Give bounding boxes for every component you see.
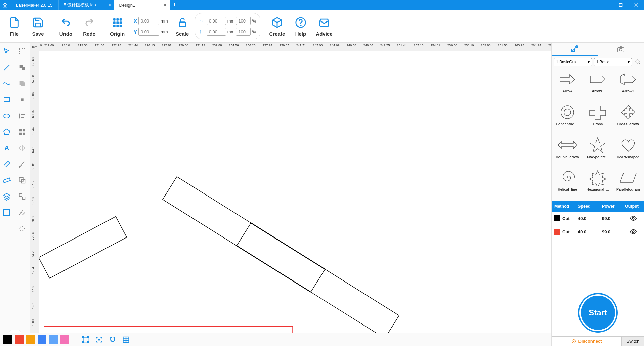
svg-rect-0 bbox=[604, 5, 607, 6]
x-input[interactable] bbox=[138, 17, 159, 25]
save-button[interactable]: Save bbox=[27, 13, 49, 40]
shape-concentric_...[interactable]: Concentric_... bbox=[553, 102, 582, 134]
path-edit-tool[interactable] bbox=[16, 158, 28, 170]
trace-tool[interactable] bbox=[16, 207, 28, 219]
shape-double_arrow[interactable]: Double_arrow bbox=[553, 135, 582, 167]
eye-icon[interactable] bbox=[625, 228, 641, 235]
light-tool[interactable] bbox=[16, 223, 28, 235]
y-input[interactable] bbox=[138, 28, 159, 36]
line-tool[interactable] bbox=[1, 61, 13, 74]
ungroup-tool[interactable] bbox=[16, 190, 28, 203]
svg-rect-54 bbox=[83, 341, 84, 343]
svg-rect-25 bbox=[3, 178, 10, 183]
add-tab-button[interactable]: + bbox=[170, 0, 179, 10]
text-tool[interactable]: A bbox=[1, 142, 13, 154]
tab-design1[interactable]: Design1 × bbox=[114, 0, 170, 10]
subtract-tool[interactable] bbox=[16, 78, 28, 90]
svg-rect-16 bbox=[21, 98, 23, 101]
focus-button[interactable] bbox=[94, 334, 104, 345]
origin-button[interactable]: Origin bbox=[106, 13, 128, 40]
search-icon[interactable] bbox=[634, 58, 642, 66]
connection-status[interactable]: Disconnect bbox=[552, 336, 622, 346]
color-swatch[interactable] bbox=[15, 335, 24, 344]
marquee-tool[interactable] bbox=[16, 45, 28, 57]
ellipse-tool[interactable] bbox=[1, 110, 13, 122]
canvas-area: mm 0 217.69218.0219.38221.06222.75224.44… bbox=[30, 43, 551, 346]
curve-tool[interactable] bbox=[1, 78, 13, 90]
svg-rect-29 bbox=[23, 197, 25, 199]
svg-rect-57 bbox=[123, 337, 129, 342]
color-swatch[interactable] bbox=[3, 335, 12, 344]
help-button[interactable]: Help bbox=[290, 13, 312, 40]
separator bbox=[263, 14, 263, 38]
redo-button[interactable]: Redo bbox=[78, 13, 100, 40]
maximize-button[interactable] bbox=[613, 0, 629, 10]
select-tool[interactable] bbox=[1, 45, 13, 57]
height-input[interactable] bbox=[207, 28, 226, 36]
category-select-2[interactable]: 1.Basic▾ bbox=[594, 58, 632, 66]
switch-button[interactable]: Switch bbox=[622, 336, 644, 346]
group-tool[interactable] bbox=[16, 174, 28, 186]
file-icon bbox=[8, 16, 21, 29]
height-icon: ↕ bbox=[199, 29, 205, 35]
shape-cross_arrow[interactable]: Cross_arrow bbox=[614, 102, 643, 134]
color-swatch[interactable] bbox=[26, 335, 35, 344]
svg-point-56 bbox=[98, 339, 100, 340]
svg-rect-8 bbox=[113, 25, 116, 27]
scale-button[interactable]: Scale bbox=[171, 13, 194, 40]
color-swatch[interactable] bbox=[38, 335, 46, 344]
snap-button[interactable] bbox=[107, 334, 118, 345]
measure-tool[interactable] bbox=[1, 174, 13, 186]
category-select-1[interactable]: 1.BasicGra▾ bbox=[554, 58, 592, 66]
mirror-h-tool[interactable] bbox=[16, 142, 28, 154]
start-button[interactable]: Start bbox=[579, 294, 616, 331]
canvas[interactable] bbox=[39, 51, 551, 346]
eraser-tool[interactable] bbox=[1, 158, 13, 170]
home-icon[interactable] bbox=[0, 0, 10, 10]
close-icon[interactable]: × bbox=[164, 2, 166, 8]
grid-button[interactable] bbox=[121, 334, 131, 345]
color-swatch[interactable] bbox=[60, 335, 69, 344]
eye-icon[interactable] bbox=[625, 215, 641, 222]
layout-tool[interactable] bbox=[1, 207, 13, 219]
shape-heart-shaped[interactable]: Heart-shaped bbox=[614, 135, 643, 167]
layer-row[interactable]: Cut40.099.0 bbox=[552, 212, 644, 225]
array-tool[interactable] bbox=[16, 126, 28, 138]
height-pct-input[interactable] bbox=[236, 28, 251, 36]
rect-tool[interactable] bbox=[1, 94, 13, 106]
svg-rect-10 bbox=[120, 25, 122, 27]
svg-point-47 bbox=[564, 109, 571, 116]
tab-template[interactable]: 5.设计图模板.lcp × bbox=[59, 0, 114, 10]
shape-parallelogram[interactable]: Parallelogram bbox=[614, 168, 643, 200]
create-button[interactable]: Create bbox=[266, 13, 288, 40]
shape-arrow1[interactable]: Arrow1 bbox=[583, 70, 612, 101]
color-swatch[interactable] bbox=[49, 335, 58, 344]
file-button[interactable]: File bbox=[3, 13, 26, 40]
camera-tab[interactable] bbox=[598, 43, 644, 56]
weld-tool[interactable] bbox=[16, 61, 28, 74]
tab-label: Design1 bbox=[119, 3, 135, 8]
shape-arrow2[interactable]: Arrow2 bbox=[614, 70, 643, 101]
shape-five-pointe...[interactable]: Five-pointe... bbox=[583, 135, 612, 167]
layer-row[interactable]: Cut40.099.0 bbox=[552, 225, 644, 239]
layers-tool[interactable] bbox=[1, 190, 13, 203]
polygon-tool[interactable] bbox=[1, 126, 13, 138]
advice-button[interactable]: Advice bbox=[313, 13, 335, 40]
minimize-button[interactable] bbox=[598, 0, 613, 10]
intersect-tool[interactable] bbox=[16, 94, 28, 106]
bounds-button[interactable] bbox=[80, 334, 91, 345]
undo-button[interactable]: Undo bbox=[55, 13, 77, 40]
shape-arrow[interactable]: Arrow bbox=[553, 70, 582, 101]
width-pct-input[interactable] bbox=[236, 17, 251, 25]
tab-label: 5.设计图模板.lcp bbox=[63, 2, 96, 8]
svg-rect-15 bbox=[4, 98, 9, 102]
width-input[interactable] bbox=[207, 17, 226, 25]
shape-cross[interactable]: Cross bbox=[583, 102, 612, 134]
save-icon bbox=[32, 16, 44, 29]
align-left-tool[interactable] bbox=[16, 110, 28, 122]
close-icon[interactable]: × bbox=[108, 2, 111, 8]
shape-helical_line[interactable]: Helical_line bbox=[553, 168, 582, 200]
shapes-tab[interactable] bbox=[552, 43, 598, 56]
close-button[interactable] bbox=[629, 0, 644, 10]
shape-hexagonal_...[interactable]: Hexagonal_... bbox=[583, 168, 612, 200]
